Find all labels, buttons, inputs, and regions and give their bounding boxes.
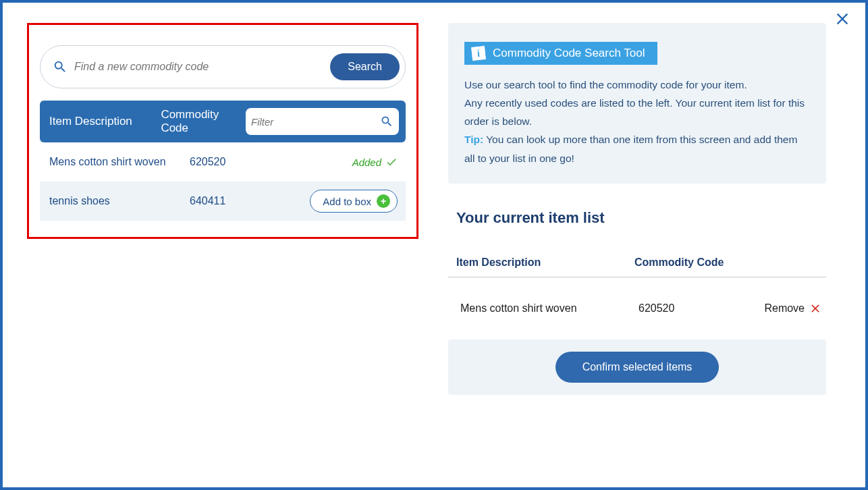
item-list-header: Item Description Commodity Code — [448, 256, 826, 277]
result-description: Mens cotton shirt woven — [49, 156, 190, 168]
filter-search-icon — [380, 115, 394, 128]
info-line-1: Use our search tool to find the commodit… — [464, 76, 810, 94]
info-panel: i Commodity Code Search Tool Use our sea… — [448, 23, 826, 184]
check-icon — [385, 156, 398, 168]
modal-frame: Search Item Description Commodity Code M… — [0, 0, 868, 490]
result-code: 640411 — [190, 195, 296, 207]
result-status: Added — [296, 156, 398, 168]
add-to-box-button[interactable]: Add to box + — [310, 190, 398, 213]
item-list-row: Mens cotton shirt woven 620520 Remove — [448, 277, 826, 339]
info-title-bar: i Commodity Code Search Tool — [464, 42, 657, 65]
confirm-button[interactable]: Confirm selected items — [555, 352, 720, 383]
result-row: Mens cotton shirt woven 620520 Added — [40, 142, 406, 182]
result-description: tennis shoes — [49, 195, 190, 207]
remove-item-button[interactable]: Remove — [753, 302, 822, 315]
item-list-title: Your current item list — [456, 209, 826, 227]
search-icon — [53, 59, 67, 74]
result-code: 620520 — [190, 156, 296, 168]
info-title: Commodity Code Search Tool — [493, 47, 645, 60]
list-item-description: Mens cotton shirt woven — [460, 302, 639, 315]
remove-label: Remove — [764, 302, 805, 315]
highlight-region: Search Item Description Commodity Code M… — [27, 23, 418, 239]
list-item-code: 620520 — [639, 302, 753, 315]
plus-icon: + — [377, 194, 390, 208]
search-button[interactable]: Search — [330, 53, 400, 80]
list-col-code: Commodity Code — [634, 256, 822, 269]
confirm-bar: Confirm selected items — [448, 339, 826, 395]
info-icon: i — [470, 45, 487, 61]
result-row: tennis shoes 640411 Add to box + — [40, 182, 406, 221]
results-header: Item Description Commodity Code — [40, 101, 406, 142]
col-header-code: Commodity Code — [161, 108, 246, 135]
search-bar: Search — [40, 45, 406, 88]
list-col-description: Item Description — [456, 256, 634, 269]
close-button[interactable] — [833, 9, 852, 31]
col-header-description: Item Description — [49, 115, 161, 128]
filter-wrap — [246, 108, 399, 135]
add-button-label: Add to box — [323, 196, 371, 207]
remove-icon — [809, 302, 822, 315]
search-input[interactable] — [74, 61, 330, 73]
info-tip: Tip: You can look up more than one item … — [464, 130, 810, 167]
info-line-2: Any recently used codes are listed to th… — [464, 94, 810, 130]
filter-input[interactable] — [251, 116, 380, 128]
